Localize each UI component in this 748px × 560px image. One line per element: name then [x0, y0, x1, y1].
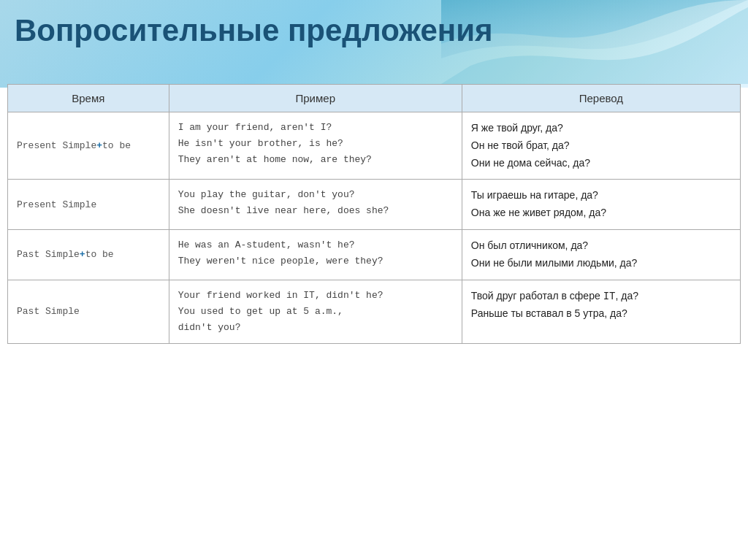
table-row: Past Simple+to be He was an A-student, w… — [8, 229, 741, 280]
example-line: They weren't nice people, were they? — [178, 256, 383, 266]
example-line: I am your friend, aren't I? — [178, 122, 332, 133]
example-line: You used to get up at 5 a.m., — [178, 306, 343, 317]
time-label-1: Present Simple+to be — [17, 140, 131, 151]
time-cell-2: Present Simple — [8, 180, 169, 230]
time-label-2: Present Simple — [17, 199, 96, 210]
time-cell-1: Present Simple+to be — [8, 112, 169, 180]
translation-line: Твой друг работал в сфере IT, да? — [471, 290, 638, 302]
translation-line: Он был отличником, да? — [471, 239, 588, 251]
page-title: Вопросительные предложения — [0, 0, 748, 55]
example-cell-1: I am your friend, aren't I? He isn't you… — [169, 112, 462, 180]
example-line: You play the guitar, don't you? — [178, 189, 355, 200]
table-row: Present Simple+to be I am your friend, a… — [8, 112, 741, 180]
table-header-row: Время Пример Перевод — [8, 85, 741, 112]
example-cell-3: He was an A-student, wasn't he? They wer… — [169, 229, 462, 280]
example-line: They aren't at home now, are they? — [178, 154, 372, 165]
translation-cell-1: Я же твой друг, да? Он не твой брат, да?… — [462, 112, 740, 180]
translation-line: Они не дома сейчас, да? — [471, 157, 590, 169]
example-cell-4: Your friend worked in IT, didn't he? You… — [169, 280, 462, 343]
col-header-translation: Перевод — [462, 85, 740, 112]
translation-cell-4: Твой друг работал в сфере IT, да? Раньше… — [462, 280, 740, 343]
time-label-4: Past Simple — [17, 306, 80, 317]
example-line: She doesn't live near here, does she? — [178, 205, 389, 216]
translation-line: Он не твой брат, да? — [471, 139, 570, 151]
table-row: Present Simple You play the guitar, don'… — [8, 180, 741, 230]
translation-cell-3: Он был отличником, да? Они не были милым… — [462, 229, 740, 280]
example-line: didn't you? — [178, 322, 241, 333]
translation-line: Они не были милыми людьми, да? — [471, 257, 638, 269]
translation-line: Ты играешь на гитаре, да? — [471, 189, 598, 201]
time-cell-4: Past Simple — [8, 280, 169, 343]
time-cell-3: Past Simple+to be — [8, 229, 169, 280]
translation-cell-2: Ты играешь на гитаре, да? Она же не живе… — [462, 180, 740, 230]
col-header-example: Пример — [169, 85, 462, 112]
example-line: He was an A-student, wasn't he? — [178, 239, 355, 250]
grammar-table: Время Пример Перевод Present Simple+to b… — [7, 84, 741, 344]
example-line: Your friend worked in IT, didn't he? — [178, 290, 383, 301]
table-row: Past Simple Your friend worked in IT, di… — [8, 280, 741, 343]
main-content: Время Пример Перевод Present Simple+to b… — [7, 84, 741, 553]
translation-line: Раньше ты вставал в 5 утра, да? — [471, 307, 627, 319]
col-header-time: Время — [8, 85, 169, 112]
translation-line: Она же не живет рядом, да? — [471, 207, 606, 218]
example-cell-2: You play the guitar, don't you? She does… — [169, 180, 462, 230]
translation-line: Я же твой друг, да? — [471, 122, 563, 134]
time-label-3: Past Simple+to be — [17, 249, 114, 260]
example-line: He isn't your brother, is he? — [178, 138, 343, 149]
